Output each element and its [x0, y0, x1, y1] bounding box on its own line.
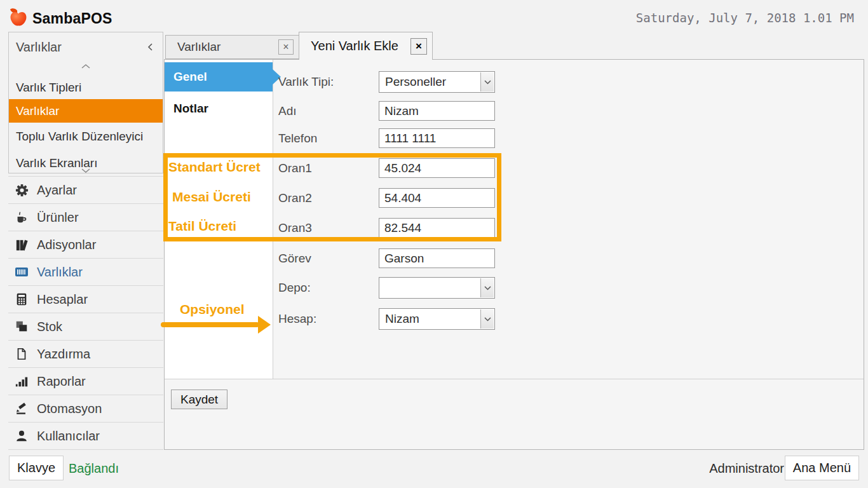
sidebar-item-label: Kullanıcılar — [37, 429, 100, 444]
annotation-mesai-ucreti: Mesai Ücreti — [172, 189, 251, 205]
sidebar-item-label: Varlıklar — [37, 265, 83, 280]
field-label: Depo: — [278, 277, 311, 299]
field-label: Varlık Tipi: — [278, 71, 334, 93]
sambapos-apple-icon — [9, 6, 28, 30]
main-menu-button[interactable]: Ana Menü — [785, 456, 859, 480]
sidebar-item-urunler[interactable]: Ürünler — [8, 204, 163, 231]
field-label: Hesap: — [278, 308, 316, 330]
close-icon[interactable]: × — [410, 38, 427, 55]
sidebar-item-stok[interactable]: Stok — [8, 313, 163, 341]
app-header: SambaPOS Saturday, July 7, 2018 1.01 PM — [0, 0, 868, 32]
sidebar-item-label: Raporlar — [37, 374, 86, 389]
field-label: Görev — [278, 248, 311, 268]
depo-select[interactable] — [379, 277, 495, 299]
form-row-oran3: Oran3 — [278, 218, 615, 238]
form-row-telefon: Telefon — [278, 128, 615, 148]
content-pane: Genel Notlar Varlık Tipi: Personeller Ad… — [164, 59, 864, 450]
form-row-oran2: Oran2 — [278, 188, 615, 208]
hesap-select[interactable]: Nizam — [379, 308, 495, 330]
connection-status: Bağlandı — [69, 461, 119, 476]
tab-varliklar[interactable]: Varlıklar × — [165, 35, 299, 59]
sidebar-item-ayarlar[interactable]: Ayarlar — [8, 176, 163, 204]
sidebar-item-hesaplar[interactable]: Hesaplar — [8, 286, 163, 313]
gear-icon — [13, 182, 30, 198]
gorev-input[interactable] — [379, 248, 495, 268]
sidebar-section-title: Varlıklar — [16, 40, 62, 55]
logged-in-user: Administrator — [709, 461, 784, 476]
form-row-varlik-tipi: Varlık Tipi: Personeller — [278, 71, 615, 93]
person-icon — [13, 428, 30, 444]
oran3-input[interactable] — [379, 218, 495, 238]
sidebar-item-label: Yazdırma — [37, 347, 90, 362]
form-row-gorev: Görev — [278, 248, 615, 268]
annotation-standart-ucret: Standart Ücret — [168, 159, 261, 175]
sidebar-item-raporlar[interactable]: Raporlar — [8, 368, 163, 395]
app-logo: SambaPOS — [9, 6, 112, 30]
bar-chart-icon — [13, 373, 30, 390]
tab-label: Yeni Varlık Ekle — [311, 39, 410, 53]
field-label: Oran3 — [278, 218, 312, 238]
form-row-adi: Adı — [278, 101, 615, 121]
keyboard-button[interactable]: Klavye — [9, 456, 64, 480]
sidebar-item-label: Otomasyon — [37, 402, 102, 416]
app-title: SambaPOS — [32, 10, 112, 27]
sidebar-item-label: Stok — [37, 320, 62, 334]
pane-divider — [165, 379, 864, 379]
layers-icon — [13, 318, 30, 335]
chevron-down-icon[interactable] — [480, 278, 494, 297]
field-label: Adı — [278, 101, 297, 121]
sidebar-item-yazdirma[interactable]: Yazdırma — [8, 341, 163, 368]
oran1-input[interactable] — [379, 158, 495, 178]
sidebar-section-panel: Varlıklar Varlık Tipleri Varlıklar Toplu… — [8, 32, 163, 173]
close-icon[interactable]: × — [278, 39, 294, 55]
sidebar-item-toplu-varlik-duzenleyici[interactable]: Toplu Varlık Düzenleyici — [9, 126, 163, 147]
sidebar-item-varlik-tipleri[interactable]: Varlık Tipleri — [9, 77, 163, 98]
collapse-left-icon[interactable] — [146, 43, 156, 53]
footer-bar: Klavye Bağlandı Administrator Ana Menü — [0, 451, 868, 488]
annotation-arrow-head-icon — [258, 316, 271, 334]
tab-yeni-varlik-ekle[interactable]: Yeni Varlık Ekle × — [299, 32, 433, 60]
form-row-oran1: Oran1 — [278, 158, 615, 178]
sidebar-item-varliklar-selected[interactable]: Varlıklar — [9, 99, 163, 123]
form-row-depo: Depo: — [278, 277, 615, 299]
sidebar-item-varliklar[interactable]: Varlıklar — [8, 259, 163, 286]
sidebar-item-kullanicilar[interactable]: Kullanıcılar — [8, 423, 163, 450]
sidebar-item-label: Hesaplar — [37, 292, 88, 307]
scroll-up-icon[interactable] — [81, 60, 91, 72]
calculator-icon — [13, 291, 30, 308]
scroll-down-icon[interactable] — [81, 165, 91, 173]
barcode-icon — [13, 264, 30, 280]
books-icon — [13, 236, 30, 253]
sidebar-item-adisyonlar[interactable]: Adisyonlar — [8, 231, 163, 259]
clock-text: Saturday, July 7, 2018 1.01 PM — [636, 11, 854, 25]
coffee-cup-icon — [13, 209, 30, 226]
sidebar-item-label: Adisyonlar — [37, 238, 96, 252]
subtab-genel[interactable]: Genel — [165, 62, 273, 92]
oran2-input[interactable] — [379, 188, 495, 208]
telefon-input[interactable] — [379, 128, 495, 148]
field-label: Telefon — [278, 128, 317, 148]
form-row-hesap: Hesap: Nizam — [278, 308, 615, 330]
sidebar-item-otomasyon[interactable]: Otomasyon — [8, 395, 163, 423]
subtab-notlar[interactable]: Notlar — [173, 98, 208, 119]
annotation-arrow — [161, 322, 259, 327]
select-value: Personeller — [385, 72, 446, 92]
sidebar-item-label: Ürünler — [37, 210, 79, 225]
field-label: Oran1 — [278, 158, 312, 178]
varlik-tipi-select[interactable]: Personeller — [379, 71, 495, 93]
annotation-opsiyonel: Opsiyonel — [180, 302, 245, 317]
sidebar-item-label: Ayarlar — [37, 183, 77, 198]
document-icon — [13, 346, 30, 362]
pencil-icon — [13, 400, 30, 417]
chevron-down-icon[interactable] — [480, 309, 494, 329]
chevron-down-icon[interactable] — [480, 72, 494, 92]
tab-label: Varlıklar — [177, 40, 278, 54]
annotation-tatil-ucreti: Tatil Ücreti — [168, 219, 236, 234]
sidebar-main-menu: Ayarlar Ürünler Adisyonlar — [8, 176, 163, 450]
adi-input[interactable] — [379, 101, 495, 121]
field-label: Oran2 — [278, 188, 312, 208]
select-value: Nizam — [385, 309, 419, 329]
save-button[interactable]: Kaydet — [171, 390, 227, 409]
